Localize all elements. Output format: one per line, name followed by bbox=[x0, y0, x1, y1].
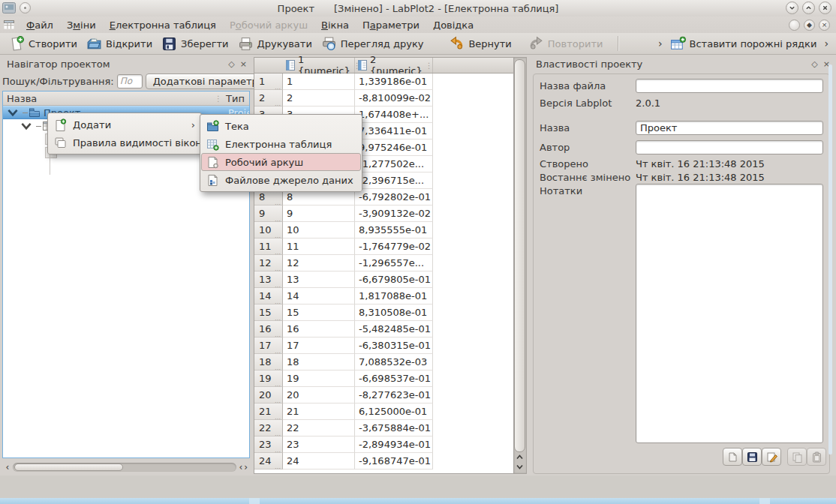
cell[interactable]: 19 bbox=[283, 370, 355, 387]
row-header[interactable]: 21 bbox=[254, 404, 283, 420]
row-header[interactable]: 12 bbox=[254, 255, 283, 272]
row-header[interactable]: 20 bbox=[254, 387, 283, 404]
row-header[interactable]: 18 bbox=[254, 354, 283, 370]
spreadsheet-corner-header[interactable] bbox=[254, 58, 283, 73]
row-header[interactable]: 22 bbox=[254, 420, 283, 436]
cell[interactable]: -3,675884e-01 bbox=[355, 420, 433, 436]
row-header[interactable]: 14 bbox=[254, 288, 283, 304]
cell[interactable]: 13 bbox=[283, 272, 355, 288]
close-icon[interactable]: × bbox=[240, 59, 247, 69]
scrollbar-thumb[interactable] bbox=[14, 464, 123, 471]
menu-file[interactable]: Файл bbox=[20, 16, 60, 33]
row-header[interactable]: 19 bbox=[254, 370, 283, 387]
menu-help[interactable]: Довідка bbox=[426, 16, 480, 33]
edit-button[interactable] bbox=[762, 448, 781, 466]
row-header[interactable]: 10 bbox=[254, 222, 283, 238]
cell[interactable]: -8,277623e-01 bbox=[355, 387, 433, 404]
cell[interactable]: -2,894934e-01 bbox=[355, 436, 433, 453]
toolbar-overflow-chevron[interactable]: › bbox=[655, 38, 666, 50]
print-preview-button[interactable]: Перегляд друку bbox=[317, 34, 429, 53]
float-icon[interactable]: ◇ bbox=[811, 59, 817, 69]
mdi-restore-button[interactable]: ◆ bbox=[804, 20, 815, 31]
cell[interactable]: 14 bbox=[283, 288, 355, 304]
cell[interactable]: 17 bbox=[283, 338, 355, 354]
new-button[interactable]: Створити bbox=[5, 34, 82, 53]
insert-rows-chevron[interactable]: › bbox=[821, 38, 831, 50]
row-header[interactable]: 17 bbox=[254, 338, 283, 354]
load-button[interactable] bbox=[723, 448, 742, 466]
row-header[interactable]: 24 bbox=[254, 453, 283, 470]
row-header[interactable]: 2 bbox=[254, 90, 283, 106]
cell[interactable]: 21 bbox=[283, 404, 355, 420]
column-header-2[interactable]: 2 {numeric} ⋮ bbox=[355, 58, 433, 73]
row-header[interactable]: 13 bbox=[254, 272, 283, 288]
open-button[interactable]: Відкрити bbox=[82, 34, 157, 53]
submenu-folder[interactable]: Тека bbox=[201, 117, 361, 135]
cell[interactable]: -9,168747e-01 bbox=[355, 453, 433, 470]
menu-edit[interactable]: Зміни bbox=[60, 16, 103, 33]
close-window-button[interactable] bbox=[819, 2, 831, 14]
row-header[interactable]: 11 bbox=[254, 238, 283, 255]
cell[interactable]: 10 bbox=[283, 222, 355, 238]
chevron-down-icon[interactable] bbox=[7, 106, 19, 118]
column-header-type[interactable]: Тип bbox=[226, 93, 245, 104]
scroll-left-button[interactable]: ‹ bbox=[239, 462, 242, 472]
cell[interactable]: 23 bbox=[283, 436, 355, 453]
cell[interactable]: 15 bbox=[283, 304, 355, 321]
cell[interactable]: -1,296557e... bbox=[355, 255, 433, 272]
cell[interactable]: 7,336411e-01 bbox=[355, 123, 433, 140]
cell[interactable]: 8,310508e-01 bbox=[355, 304, 433, 321]
float-icon[interactable]: ◇ bbox=[228, 59, 234, 69]
maximize-button[interactable] bbox=[802, 2, 815, 14]
mdi-minimize-button[interactable] bbox=[789, 20, 800, 31]
menu-settings[interactable]: Параметри bbox=[356, 16, 426, 33]
row-header[interactable]: 15 bbox=[254, 304, 283, 321]
scroll-down-button[interactable] bbox=[513, 462, 526, 472]
vertical-scrollbar[interactable] bbox=[513, 58, 526, 473]
save-properties-button[interactable] bbox=[742, 448, 762, 466]
cell[interactable]: 16 bbox=[283, 321, 355, 338]
cell[interactable]: 24 bbox=[283, 453, 355, 470]
scrollbar-thumb[interactable] bbox=[514, 59, 525, 452]
column-header-1[interactable]: 1 {numeric} ⋮ bbox=[283, 58, 355, 73]
window-menu-button[interactable] bbox=[20, 2, 31, 14]
name-field[interactable] bbox=[636, 121, 823, 135]
cell[interactable]: 2 bbox=[283, 90, 355, 106]
file-name-field[interactable] bbox=[636, 79, 823, 93]
menu-spreadsheet[interactable]: Електронна таблиця bbox=[103, 16, 223, 33]
cell[interactable]: 7,088532e-03 bbox=[355, 354, 433, 370]
cell[interactable]: -3,909132e-02 bbox=[355, 206, 433, 222]
row-header[interactable]: 23 bbox=[254, 436, 283, 453]
row-header[interactable]: 16 bbox=[254, 321, 283, 338]
cell[interactable]: 22 bbox=[283, 420, 355, 436]
menu-windows[interactable]: Вікна bbox=[314, 16, 356, 33]
cell[interactable]: -6,792802e-01 bbox=[355, 189, 433, 206]
chevron-down-icon[interactable] bbox=[20, 120, 32, 132]
cell[interactable]: 9,975246e-01 bbox=[355, 140, 433, 156]
cell[interactable]: 20 bbox=[283, 387, 355, 404]
shade-button[interactable] bbox=[786, 2, 798, 14]
cell[interactable]: 18 bbox=[283, 354, 355, 370]
insert-empty-rows-button[interactable]: Вставити порожні рядки bbox=[666, 34, 822, 53]
cell[interactable]: 1 bbox=[283, 74, 355, 90]
notes-field[interactable] bbox=[636, 184, 823, 443]
column-header-name[interactable]: Назва bbox=[3, 93, 37, 104]
submenu-spreadsheet[interactable]: Електронна таблиця bbox=[201, 135, 361, 153]
cell[interactable]: 1,339186e-01 bbox=[355, 74, 433, 90]
cell[interactable]: -6,380315e-01 bbox=[355, 338, 433, 354]
print-button[interactable]: Друкувати bbox=[233, 34, 317, 53]
row-header[interactable]: 9 bbox=[254, 206, 283, 222]
scroll-left-button[interactable]: ‹ bbox=[2, 461, 13, 473]
cell[interactable]: -6,679805e-01 bbox=[355, 272, 433, 288]
cell[interactable]: 11 bbox=[283, 238, 355, 255]
search-input[interactable] bbox=[117, 74, 143, 88]
row-header[interactable]: 1 bbox=[254, 74, 283, 90]
scroll-right-button[interactable]: › bbox=[244, 462, 248, 472]
panel-scroll-strip[interactable] bbox=[828, 64, 832, 454]
cell[interactable]: 1,674408e+... bbox=[355, 106, 433, 123]
scrollbar-track[interactable] bbox=[13, 463, 236, 472]
cell[interactable]: -2,396715e... bbox=[355, 172, 433, 189]
mdi-close-button[interactable]: × bbox=[819, 20, 830, 31]
cell[interactable]: 6,125000e-01 bbox=[355, 404, 433, 420]
more-options-button[interactable]: Додаткові параметри bbox=[146, 74, 272, 89]
